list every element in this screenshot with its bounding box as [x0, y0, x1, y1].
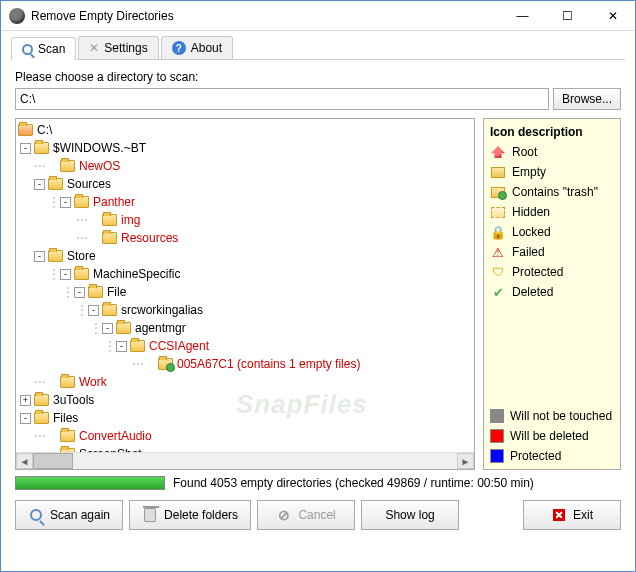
legend-label: Protected: [512, 265, 563, 279]
expand-icon[interactable]: +: [20, 395, 31, 406]
cancel-icon: ⊘: [276, 507, 292, 523]
trash-icon: [144, 508, 156, 522]
lock-icon: 🔒: [490, 225, 506, 239]
folder-icon: [88, 286, 103, 298]
prompt-label: Please choose a directory to scan:: [11, 70, 625, 84]
window-title: Remove Empty Directories: [31, 9, 500, 23]
folder-icon: [34, 394, 49, 406]
collapse-icon[interactable]: -: [60, 197, 71, 208]
button-label: Exit: [573, 508, 593, 522]
swatch-gray: [490, 409, 504, 423]
folder-icon: [60, 430, 75, 442]
tree-label[interactable]: Work: [79, 375, 107, 389]
legend-title: Icon description: [490, 125, 614, 139]
status-text: Found 4053 empty directories (checked 49…: [173, 476, 534, 490]
legend-label: Empty: [512, 165, 546, 179]
progress-bar: [15, 476, 165, 490]
legend-label: Will not be touched: [510, 409, 612, 423]
tree-label[interactable]: Store: [67, 249, 96, 263]
tab-label: Settings: [104, 41, 147, 55]
folder-icon: [34, 412, 49, 424]
search-icon: [30, 509, 42, 521]
tree-label[interactable]: srcworkingalias: [121, 303, 203, 317]
folder-icon: [18, 124, 33, 136]
folder-icon: [60, 376, 75, 388]
button-row: Scan again Delete folders ⊘ Cancel Show …: [11, 496, 625, 540]
swatch-red: [490, 429, 504, 443]
horizontal-scrollbar[interactable]: ◄ ►: [16, 452, 474, 469]
scroll-thumb[interactable]: [33, 453, 73, 469]
tree-label[interactable]: Panther: [93, 195, 135, 209]
folder-icon: [60, 160, 75, 172]
maximize-button[interactable]: ☐: [545, 1, 590, 30]
folder-icon: [34, 142, 49, 154]
tab-body: Please choose a directory to scan: Brows…: [11, 59, 625, 540]
collapse-icon[interactable]: -: [88, 305, 99, 316]
collapse-icon[interactable]: -: [102, 323, 113, 334]
legend-label: Contains "trash": [512, 185, 598, 199]
app-icon: [9, 8, 25, 24]
tab-about[interactable]: ? About: [161, 36, 233, 59]
collapse-icon[interactable]: -: [34, 179, 45, 190]
button-label: Show log: [385, 508, 434, 522]
titlebar: Remove Empty Directories — ☐ ✕: [1, 1, 635, 31]
folder-icon: [130, 340, 145, 352]
tab-settings[interactable]: ✕ Settings: [78, 36, 158, 59]
tree-label[interactable]: CCSIAgent: [149, 339, 209, 353]
tools-icon: ✕: [89, 41, 99, 55]
close-button[interactable]: ✕: [590, 1, 635, 30]
delete-folders-button[interactable]: Delete folders: [129, 500, 251, 530]
tree-label[interactable]: C:\: [37, 123, 52, 137]
tree-label[interactable]: File: [107, 285, 126, 299]
exit-button[interactable]: Exit: [523, 500, 621, 530]
folder-icon: [74, 196, 89, 208]
show-log-button[interactable]: Show log: [361, 500, 459, 530]
tree-node-root: C:\: [18, 121, 474, 139]
collapse-icon[interactable]: -: [74, 287, 85, 298]
legend-label: Protected: [510, 449, 561, 463]
path-input[interactable]: [15, 88, 549, 110]
tree-label[interactable]: img: [121, 213, 140, 227]
scroll-right-icon[interactable]: ►: [457, 453, 474, 469]
hidden-folder-icon: [491, 207, 505, 218]
button-label: Scan again: [50, 508, 110, 522]
check-icon: ✔: [490, 285, 506, 299]
collapse-icon[interactable]: -: [116, 341, 127, 352]
tree-label[interactable]: MachineSpecific: [93, 267, 180, 281]
warning-icon: ⚠: [490, 245, 506, 259]
collapse-icon[interactable]: -: [60, 269, 71, 280]
folder-icon: [74, 268, 89, 280]
browse-button[interactable]: Browse...: [553, 88, 621, 110]
path-row: Browse...: [11, 88, 625, 118]
search-icon: [22, 44, 33, 55]
folder-icon: [48, 250, 63, 262]
button-label: Cancel: [298, 508, 335, 522]
tree-label[interactable]: Files: [53, 411, 78, 425]
tabstrip: Scan ✕ Settings ? About: [1, 31, 635, 59]
tree-label[interactable]: $WINDOWS.~BT: [53, 141, 146, 155]
collapse-icon[interactable]: -: [20, 413, 31, 424]
folder-icon: [48, 178, 63, 190]
scroll-left-icon[interactable]: ◄: [16, 453, 33, 469]
collapse-icon[interactable]: -: [20, 143, 31, 154]
folder-icon: [116, 322, 131, 334]
button-label: Delete folders: [164, 508, 238, 522]
collapse-icon[interactable]: -: [34, 251, 45, 262]
directory-tree[interactable]: SnapFiles C:\ -$WINDOWS.~BT ⋯NewOS -Sour…: [15, 118, 475, 470]
question-icon: ?: [172, 41, 186, 55]
legend-label: Locked: [512, 225, 551, 239]
cancel-button[interactable]: ⊘ Cancel: [257, 500, 355, 530]
scan-again-button[interactable]: Scan again: [15, 500, 123, 530]
tree-label[interactable]: Resources: [121, 231, 178, 245]
exit-icon: [553, 509, 565, 521]
legend-panel: Icon description Root Empty Contains "tr…: [483, 118, 621, 470]
tree-label[interactable]: 3uTools: [53, 393, 94, 407]
tree-label[interactable]: NewOS: [79, 159, 120, 173]
tree-label[interactable]: 005A67C1 (contains 1 empty files): [177, 357, 360, 371]
tab-label: Scan: [38, 42, 65, 56]
tree-label[interactable]: ConvertAudio: [79, 429, 152, 443]
tab-scan[interactable]: Scan: [11, 37, 76, 60]
minimize-button[interactable]: —: [500, 1, 545, 30]
tree-label[interactable]: agentmgr: [135, 321, 186, 335]
tree-label[interactable]: Sources: [67, 177, 111, 191]
